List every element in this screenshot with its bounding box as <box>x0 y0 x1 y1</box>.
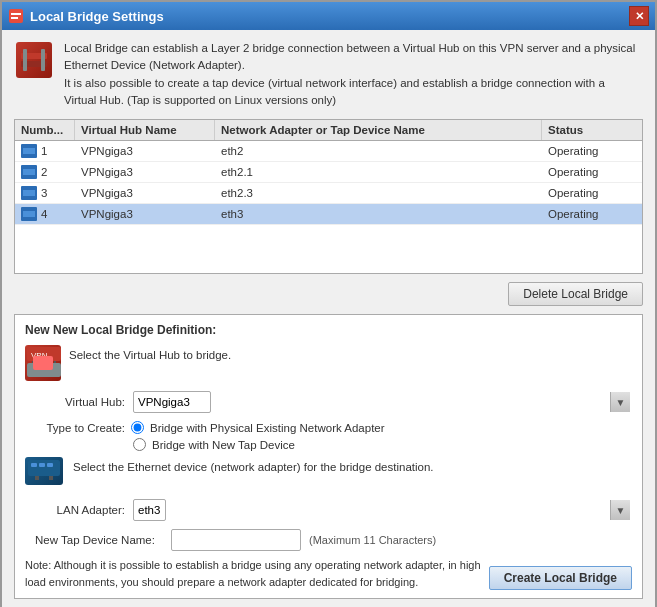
lan-adapter-arrow: ▼ <box>610 500 630 520</box>
adapter-svg-container <box>25 457 63 485</box>
main-window: Local Bridge Settings ✕ Local Bridge can… <box>0 0 657 607</box>
svg-rect-15 <box>23 196 35 198</box>
table-header: Numb... Virtual Hub Name Network Adapter… <box>15 120 642 141</box>
create-local-bridge-button[interactable]: Create Local Bridge <box>489 566 632 590</box>
lan-adapter-label: LAN Adapter: <box>25 504 125 516</box>
table-row[interactable]: 4 VPNgiga3 eth3 Operating <box>15 204 642 225</box>
type-label: Type to Create: <box>25 422 125 434</box>
radio-physical-container: Bridge with Physical Existing Network Ad… <box>131 421 385 434</box>
bridge-note: Note: Although it is possible to establi… <box>25 557 481 590</box>
adapter-desc-text: Select the Ethernet device (network adap… <box>73 457 434 473</box>
cell-num-4: 4 <box>15 204 75 224</box>
virtual-hub-label: Virtual Hub: <box>25 396 125 408</box>
close-button[interactable]: ✕ <box>629 6 649 26</box>
svg-rect-5 <box>23 49 27 71</box>
section-title: New New Local Bridge Definition: <box>25 323 632 337</box>
window-icon <box>8 8 24 24</box>
radio-tap-label: Bridge with New Tap Device <box>152 439 295 451</box>
type-to-create-row: Type to Create: Bridge with Physical Exi… <box>25 421 632 434</box>
cell-adapter-2: eth2.1 <box>215 162 542 182</box>
delete-local-bridge-button[interactable]: Delete Local Bridge <box>508 282 643 306</box>
cell-hub-2: VPNgiga3 <box>75 162 215 182</box>
svg-rect-7 <box>23 148 35 154</box>
tap-hint: (Maximum 11 Characters) <box>309 534 436 546</box>
new-bridge-section: New New Local Bridge Definition: VPN Sel… <box>14 314 643 599</box>
bridge-icon <box>16 42 52 78</box>
cell-status-1: Operating <box>542 141 642 161</box>
svg-rect-9 <box>23 154 35 156</box>
svg-text:VPN: VPN <box>31 351 48 360</box>
tap-device-input[interactable] <box>171 529 301 551</box>
svg-rect-10 <box>23 169 35 175</box>
cell-status-4: Operating <box>542 204 642 224</box>
radio-physical[interactable] <box>131 421 144 434</box>
cell-hub-3: VPNgiga3 <box>75 183 215 203</box>
svg-rect-14 <box>23 188 35 190</box>
svg-rect-16 <box>23 211 35 217</box>
cell-adapter-3: eth2.3 <box>215 183 542 203</box>
title-bar-left: Local Bridge Settings <box>8 8 164 24</box>
bridge-svg <box>19 45 49 75</box>
delete-button-row: Delete Local Bridge <box>14 282 643 306</box>
virtual-hub-select[interactable]: VPNgiga3 <box>133 391 211 413</box>
svg-rect-20 <box>27 363 61 377</box>
cell-hub-1: VPNgiga3 <box>75 141 215 161</box>
title-bar: Local Bridge Settings ✕ <box>2 2 655 30</box>
empty-table-rows <box>15 225 642 273</box>
row-icon-4 <box>21 207 37 221</box>
main-content: Local Bridge can establish a Layer 2 bri… <box>2 30 655 607</box>
lan-adapter-select[interactable]: eth3 <box>133 499 166 521</box>
col-number: Numb... <box>15 120 75 140</box>
svg-rect-13 <box>23 190 35 196</box>
row-icon-1 <box>21 144 37 158</box>
cell-num-3: 3 <box>15 183 75 203</box>
svg-rect-1 <box>11 13 21 15</box>
cell-status-3: Operating <box>542 183 642 203</box>
svg-rect-27 <box>39 463 45 467</box>
row-icon-3 <box>21 186 37 200</box>
radio-tap[interactable] <box>133 438 146 451</box>
svg-rect-25 <box>28 460 60 476</box>
cell-num-1: 1 <box>15 141 75 161</box>
type-tap-row: Bridge with New Tap Device <box>25 438 632 451</box>
table-row[interactable]: 2 VPNgiga3 eth2.1 Operating <box>15 162 642 183</box>
virtual-hub-select-arrow: ▼ <box>610 392 630 412</box>
cell-adapter-1: eth2 <box>215 141 542 161</box>
cell-hub-4: VPNgiga3 <box>75 204 215 224</box>
tap-device-row: New Tap Device Name: (Maximum 11 Charact… <box>25 529 632 551</box>
svg-rect-6 <box>41 49 45 71</box>
svg-rect-2 <box>11 17 18 19</box>
svg-rect-11 <box>23 167 35 169</box>
info-box: Local Bridge can establish a Layer 2 bri… <box>14 40 643 109</box>
window-title: Local Bridge Settings <box>30 9 164 24</box>
cell-status-2: Operating <box>542 162 642 182</box>
bridge-table: Numb... Virtual Hub Name Network Adapter… <box>14 119 643 274</box>
col-status: Status <box>542 120 642 140</box>
row-icon-2 <box>21 165 37 179</box>
radio-tap-container: Bridge with New Tap Device <box>133 438 295 451</box>
col-adapter: Network Adapter or Tap Device Name <box>215 120 542 140</box>
radio-physical-label: Bridge with Physical Existing Network Ad… <box>150 422 385 434</box>
adapter-svg <box>27 459 61 483</box>
select-hub-text: Select the Virtual Hub to bridge. <box>69 345 231 361</box>
lan-adapter-select-wrapper: eth3 ▼ <box>133 499 632 521</box>
svg-rect-29 <box>35 476 39 480</box>
svg-rect-0 <box>9 9 23 23</box>
note-create-row: Note: Although it is possible to establi… <box>25 557 632 590</box>
virtual-hub-row: Virtual Hub: VPNgiga3 ▼ <box>25 391 632 413</box>
info-description: Local Bridge can establish a Layer 2 bri… <box>64 40 635 109</box>
svg-rect-18 <box>23 217 35 219</box>
info-icon <box>14 40 54 80</box>
bridge-def-svg: VPN <box>25 345 63 379</box>
bridge-def-icon: VPN <box>25 345 61 381</box>
svg-rect-30 <box>49 476 53 480</box>
svg-rect-8 <box>23 146 35 148</box>
table-row[interactable]: 1 VPNgiga3 eth2 Operating <box>15 141 642 162</box>
bridge-def-row: VPN Select the Virtual Hub to bridge. <box>25 345 632 381</box>
svg-rect-28 <box>47 463 53 467</box>
virtual-hub-select-wrapper: VPNgiga3 ▼ <box>133 391 632 413</box>
adapter-icon <box>25 457 65 489</box>
col-hub: Virtual Hub Name <box>75 120 215 140</box>
svg-rect-12 <box>23 175 35 177</box>
table-row[interactable]: 3 VPNgiga3 eth2.3 Operating <box>15 183 642 204</box>
